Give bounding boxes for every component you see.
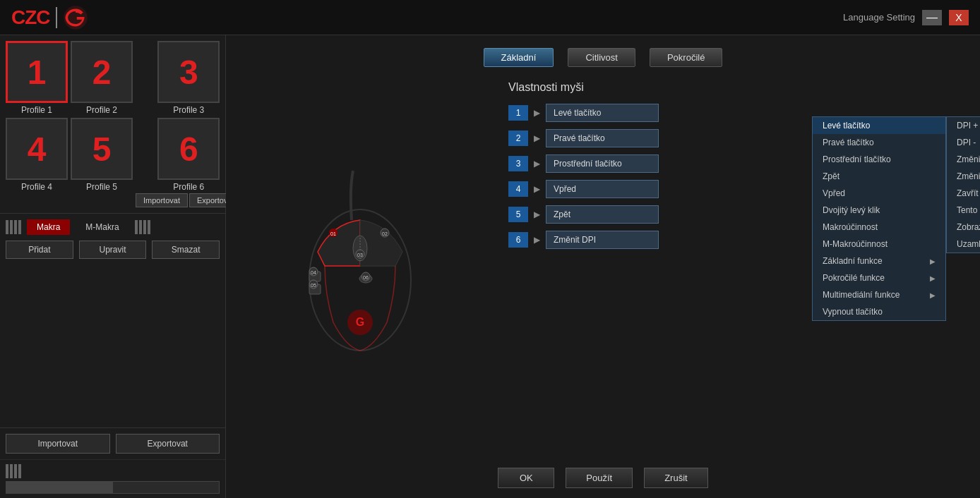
dropdown-item-2[interactable]: Prostřední tlačítko (813, 151, 945, 168)
svg-text:06: 06 (363, 275, 369, 280)
svg-text:04: 04 (311, 270, 316, 275)
tab-citlivost[interactable]: Citlivost (568, 48, 635, 67)
cancel-button[interactable]: Zrušit (644, 468, 708, 488)
bottom-slider-area (0, 459, 225, 498)
profile-item-1[interactable]: 1 Profile 1 (6, 41, 68, 115)
svg-text:03: 03 (357, 253, 363, 257)
profile-label-2: Profile 2 (86, 105, 117, 115)
sub-dropdown-item-5[interactable]: Tento počítač (947, 202, 980, 219)
profile-import-button[interactable]: Importovat (136, 193, 188, 207)
sidebar-bottom-actions: Importovat Exportovat (0, 427, 225, 459)
prop-arrow-4: ▶ (534, 184, 540, 194)
tab-pokrocile[interactable]: Pokročilé (650, 48, 722, 67)
profile-label-1: Profile 1 (21, 105, 52, 115)
prop-arrow-5: ▶ (534, 209, 540, 219)
dropdown-item-1[interactable]: Pravé tlačítko (813, 134, 945, 151)
dropdown-item-0[interactable]: Levé tlačítko (813, 117, 945, 134)
sub-dropdown-item-0[interactable]: DPI + (947, 117, 980, 134)
profile-box-3[interactable]: 3 (157, 41, 220, 103)
macro-icon-right (135, 220, 150, 234)
profile-box-4[interactable]: 4 (6, 118, 68, 180)
sub-dropdown-item-4[interactable]: Zavřít okno (947, 185, 980, 202)
sub-dropdown-item-1[interactable]: DPI - (947, 134, 980, 151)
prop-num-4: 4 (508, 181, 528, 197)
dropdown-item-8[interactable]: Základní funkce ▶ (813, 253, 945, 269)
close-button[interactable]: X (949, 10, 969, 25)
macro-section: Makra M-Makra Přidat Upravit Smazat (0, 213, 225, 265)
properties-area: G 01 02 03 04 05 06 (226, 74, 980, 458)
ok-button[interactable]: OK (498, 468, 554, 488)
title-bar: CZC Language Setting — X (0, 0, 980, 35)
sub-dropdown-item-2[interactable]: Změnit DPI (947, 151, 980, 168)
prop-field-5[interactable]: Zpět (546, 205, 659, 224)
tabs-bar: Základní Citlivost Pokročilé (226, 35, 980, 74)
prop-num-5: 5 (508, 207, 528, 222)
prop-num-2: 2 (508, 130, 528, 146)
add-button[interactable]: Přidat (6, 241, 73, 259)
import-button[interactable]: Importovat (6, 434, 110, 454)
dropdown-item-7[interactable]: M-Makroúčinnost (813, 236, 945, 253)
macro-tabs: Makra M-Makra (6, 219, 220, 235)
profile-box-6[interactable]: 6 (157, 118, 220, 180)
macro-tab-button[interactable]: Makra (27, 219, 70, 235)
profile-label-3: Profile 3 (173, 105, 204, 115)
svg-text:05: 05 (311, 283, 316, 288)
prop-arrow-3: ▶ (534, 159, 540, 169)
macro-action-buttons: Přidat Upravit Smazat (6, 241, 220, 259)
profile-item-4[interactable]: 4 Profile 4 (6, 118, 68, 207)
prop-field-3[interactable]: Prostřední tlačítko (546, 154, 659, 173)
mouse-svg: G 01 02 03 04 05 06 (289, 167, 431, 365)
prop-num-6: 6 (508, 232, 528, 248)
dropdown-item-6[interactable]: Makroúčinnost (813, 219, 945, 236)
chevron-right-icon-9: ▶ (930, 274, 936, 282)
sub-dropdown-panel: DPI + DPI - Změnit DPI Změnit okno (Alt+… (946, 116, 980, 253)
sub-dropdown-item-3[interactable]: Změnit okno (Alt+Tab) (947, 168, 980, 185)
properties-title: Vlastnosti myši (508, 81, 966, 94)
prop-field-2[interactable]: Pravé tlačítko (546, 129, 659, 147)
profile-item-5[interactable]: 5 Profile 5 (71, 118, 133, 207)
svg-text:01: 01 (330, 231, 336, 236)
slider-icon (6, 464, 220, 478)
chevron-right-icon-10: ▶ (930, 291, 936, 299)
logo-divider (56, 7, 57, 28)
prop-arrow-1: ▶ (534, 108, 540, 118)
prop-field-1[interactable]: Levé tlačítko (546, 104, 659, 122)
mmakro-tab-button[interactable]: M-Makra (76, 219, 129, 235)
profiles-grid: 1 Profile 1 2 Profile 2 3 Profile 3 4 Pr… (0, 35, 225, 213)
apply-button[interactable]: Použít (566, 468, 633, 488)
slider-track[interactable] (6, 481, 220, 494)
minimize-button[interactable]: — (922, 10, 942, 25)
sub-dropdown-item-7[interactable]: Uzamknout obrazovku (947, 236, 980, 253)
dropdown-item-5[interactable]: Dvojitý levý klik (813, 202, 945, 219)
prop-field-4[interactable]: Vpřed (546, 180, 659, 198)
dropdown-item-11[interactable]: Vypnout tlačítko (813, 303, 945, 320)
prop-num-1: 1 (508, 105, 528, 121)
chevron-right-icon-8: ▶ (930, 257, 936, 265)
prop-arrow-2: ▶ (534, 133, 540, 143)
mouse-image-area: G 01 02 03 04 05 06 (226, 74, 494, 458)
tab-zakladni[interactable]: Základní (484, 48, 554, 67)
profile-label-6: Profile 6 (173, 182, 204, 192)
sub-dropdown-item-6[interactable]: Zobrazit plochu (947, 219, 980, 236)
delete-button[interactable]: Smazat (152, 241, 220, 259)
profile-box-2[interactable]: 2 (71, 41, 133, 103)
dropdown-item-10[interactable]: Multimediální funkce ▶ (813, 286, 945, 303)
profile-label-5: Profile 5 (86, 182, 117, 192)
dropdown-panel: Levé tlačítko Pravé tlačítko Prostřední … (812, 116, 946, 321)
prop-num-3: 3 (508, 156, 528, 171)
profile-box-5[interactable]: 5 (71, 118, 133, 180)
prop-field-6[interactable]: Změnit DPI (546, 231, 659, 249)
mouse-body: G 01 02 03 04 05 06 (289, 167, 431, 365)
dropdown-item-3[interactable]: Zpět (813, 168, 945, 185)
dropdown-item-4[interactable]: Vpřed (813, 185, 945, 202)
profile-item-2[interactable]: 2 Profile 2 (71, 41, 133, 115)
dropdown-item-9[interactable]: Pokročilé funkce ▶ (813, 269, 945, 286)
title-bar-right: Language Setting — X (843, 10, 969, 25)
sidebar: 1 Profile 1 2 Profile 2 3 Profile 3 4 Pr… (0, 35, 226, 498)
profile-box-1[interactable]: 1 (6, 41, 68, 103)
export-button[interactable]: Exportovat (116, 434, 220, 454)
macro-icon-left (6, 220, 21, 234)
edit-button[interactable]: Upravit (79, 241, 147, 259)
logo-g-icon (63, 5, 88, 30)
logo-czc-text: CZC (11, 6, 50, 29)
